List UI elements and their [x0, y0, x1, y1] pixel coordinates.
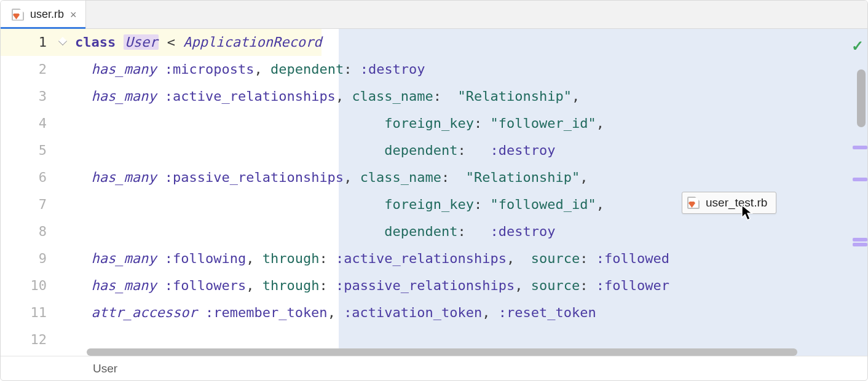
- tab-user-rb[interactable]: user.rb ×: [1, 1, 86, 28]
- line-number: 2: [1, 56, 59, 83]
- line-number: 8: [1, 218, 59, 245]
- close-icon[interactable]: ×: [70, 9, 77, 20]
- code-editor[interactable]: ✓ 1 class User < ApplicationRecord 2 has…: [1, 29, 867, 356]
- line-number: 6: [1, 164, 59, 191]
- code-line[interactable]: 11 attr_accessor :remember_token, :activ…: [1, 299, 867, 326]
- line-number: 4: [1, 110, 59, 137]
- tab-label: user.rb: [30, 8, 64, 21]
- ruby-file-icon: [12, 9, 24, 21]
- line-number: 12: [1, 326, 59, 353]
- class-name: User: [124, 34, 159, 50]
- line-number: 11: [1, 299, 59, 326]
- code-line[interactable]: 9 has_many :following, through: :active_…: [1, 245, 867, 272]
- line-number: 3: [1, 83, 59, 110]
- editor-tabbar: user.rb ×: [1, 1, 867, 29]
- line-number: 7: [1, 191, 59, 218]
- line-number: 5: [1, 137, 59, 164]
- dragged-tab-preview[interactable]: user_test.rb: [682, 192, 776, 214]
- code-line[interactable]: 6 has_many :passive_relationships, class…: [1, 164, 867, 191]
- code-line[interactable]: 5 dependent: :destroy: [1, 137, 867, 164]
- mouse-cursor-icon: [741, 205, 754, 222]
- code-line[interactable]: 1 class User < ApplicationRecord: [1, 29, 867, 56]
- breadcrumb-bar: User: [1, 356, 867, 380]
- horizontal-scrollbar-thumb[interactable]: [87, 348, 797, 356]
- line-number: 1: [1, 29, 59, 56]
- dragged-tab-label: user_test.rb: [706, 196, 767, 210]
- fold-gutter[interactable]: [59, 29, 71, 56]
- code-line[interactable]: 3 has_many :active_relationships, class_…: [1, 83, 867, 110]
- code-line[interactable]: 10 has_many :followers, through: :passiv…: [1, 272, 867, 299]
- code-line[interactable]: 4 foreign_key: "follower_id",: [1, 110, 867, 137]
- line-number: 10: [1, 272, 59, 299]
- ruby-file-icon: [687, 197, 700, 209]
- line-number: 9: [1, 245, 59, 272]
- fold-toggle-icon[interactable]: [58, 37, 67, 45]
- code-line[interactable]: 8 dependent: :destroy: [1, 218, 867, 245]
- breadcrumb-item[interactable]: User: [93, 362, 117, 375]
- horizontal-scrollbar[interactable]: [87, 348, 843, 356]
- code-line[interactable]: 2 has_many :microposts, dependent: :dest…: [1, 56, 867, 83]
